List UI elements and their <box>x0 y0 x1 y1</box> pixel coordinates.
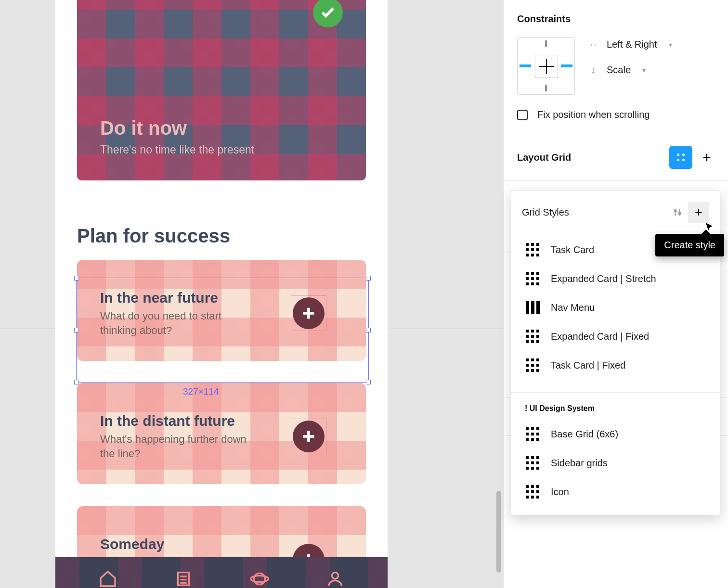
check-icon <box>320 4 336 21</box>
nav-profile[interactable] <box>324 567 347 588</box>
grid-dots-icon <box>676 152 686 163</box>
home-icon <box>98 569 117 588</box>
vertical-arrow-icon: ↕ <box>588 64 598 76</box>
grid-style-item[interactable]: Base Grid (6x6) <box>511 420 720 448</box>
bottom-nav[interactable] <box>55 557 388 588</box>
constraint-right-pin[interactable] <box>561 64 572 67</box>
section-title: Plan for success <box>77 225 230 247</box>
plus-icon <box>300 428 317 445</box>
local-grid-styles-list: Task Card Expanded Card | Stretch Nav Me… <box>511 233 720 388</box>
grid-style-label: Expanded Card | Stretch <box>551 273 656 284</box>
grid-style-label: Expanded Card | Fixed <box>551 331 649 342</box>
card-title: In the near future <box>100 290 259 306</box>
constraint-vertical-select[interactable]: ↕ Scale ▾ <box>588 64 672 76</box>
style-settings-button[interactable] <box>671 205 684 219</box>
grid-icon <box>525 484 540 499</box>
library-grid-styles-list: Base Grid (6x6) Sidebar grids Icon <box>511 418 720 515</box>
alignment-guide <box>371 329 503 329</box>
chevron-down-icon: ▾ <box>642 66 646 74</box>
selection-dimensions: 327×114 <box>183 386 219 397</box>
library-heading: ! UI Design System <box>511 402 720 418</box>
constraint-widget[interactable] <box>517 37 575 95</box>
planet-icon <box>250 569 269 588</box>
columns-icon <box>525 300 540 315</box>
grid-style-item[interactable]: Icon <box>511 477 720 506</box>
grid-icon <box>525 455 540 471</box>
nav-list[interactable] <box>172 567 195 588</box>
svg-point-0 <box>254 573 265 584</box>
grid-style-label: Sidebar grids <box>551 458 608 469</box>
scrollbar-thumb[interactable] <box>496 491 501 573</box>
svg-point-1 <box>250 575 268 582</box>
constraint-left-pin[interactable] <box>520 64 531 67</box>
card-title: Someday <box>100 536 259 552</box>
card-title: In the distant future <box>100 413 259 429</box>
checkmark-badge[interactable] <box>313 0 343 27</box>
grid-style-label: Base Grid (6x6) <box>551 429 618 440</box>
constraint-vertical-value: Scale <box>607 64 631 76</box>
hero-subtitle: There's no time like the present <box>100 143 254 156</box>
plus-icon <box>300 305 317 321</box>
grid-style-item[interactable]: Expanded Card | Fixed <box>511 322 720 351</box>
constraint-horizontal-value: Left & Right <box>607 39 657 50</box>
card-subtitle: What's happening further down the line? <box>100 432 259 460</box>
grid-style-item[interactable]: Task Card | Fixed <box>511 351 720 380</box>
grid-icon <box>525 329 540 344</box>
task-card-near[interactable]: In the near future What do you need to s… <box>77 260 366 361</box>
divider <box>511 392 720 393</box>
constraint-bottom-tick[interactable] <box>546 85 546 91</box>
constraint-top-tick[interactable] <box>546 40 546 47</box>
grid-icon <box>525 426 540 442</box>
horizontal-arrow-icon: ↔ <box>588 39 598 50</box>
add-button[interactable] <box>293 297 325 329</box>
grid-styles-button[interactable] <box>669 146 692 169</box>
grid-style-label: Icon <box>551 486 569 498</box>
grid-style-item[interactable]: Expanded Card | Stretch <box>511 264 720 293</box>
nav-explore[interactable] <box>248 567 271 588</box>
hero-card[interactable]: Do it now There's no time like the prese… <box>77 0 366 180</box>
grid-style-label: Task Card | Fixed <box>551 360 625 371</box>
svg-point-2 <box>332 573 338 579</box>
grid-icon <box>525 242 540 257</box>
popover-title: Grid Styles <box>522 207 569 218</box>
canvas-scrollbar[interactable] <box>496 0 501 588</box>
device-frame[interactable]: Do it now There's no time like the prese… <box>55 0 388 588</box>
card-subtitle: What do you need to start thinking about… <box>100 309 259 337</box>
layout-grid-section-header: Layout Grid <box>504 134 728 181</box>
plus-icon <box>702 152 712 163</box>
grid-style-label: Task Card <box>551 244 594 256</box>
person-icon <box>325 569 345 588</box>
tooltip: Create style <box>655 234 724 256</box>
add-layout-grid-button[interactable] <box>699 150 715 165</box>
sliders-icon <box>672 207 683 217</box>
list-icon <box>174 569 193 588</box>
layout-grid-heading: Layout Grid <box>517 152 571 163</box>
checkbox-icon[interactable] <box>517 110 528 120</box>
design-canvas[interactable]: Do it now There's no time like the prese… <box>0 0 503 588</box>
chevron-down-icon: ▾ <box>669 41 672 49</box>
task-card-distant[interactable]: In the distant future What's happening f… <box>77 383 366 484</box>
fix-position-label: Fix position when scrolling <box>537 109 650 120</box>
nav-home[interactable] <box>96 567 119 588</box>
grid-icon <box>525 358 540 373</box>
create-style-button[interactable] <box>688 202 709 223</box>
mouse-cursor <box>704 221 715 233</box>
constraint-horizontal-select[interactable]: ↔ Left & Right ▾ <box>588 39 672 50</box>
hero-title: Do it now <box>100 117 187 139</box>
constraints-heading: Constraints <box>517 13 715 25</box>
grid-style-item[interactable]: Sidebar grids <box>511 448 720 477</box>
add-button[interactable] <box>293 421 325 452</box>
grid-style-item[interactable]: Nav Menu <box>511 293 720 322</box>
plus-icon <box>694 207 703 217</box>
grid-style-label: Nav Menu <box>551 302 595 313</box>
grid-icon <box>525 271 540 286</box>
fix-position-toggle[interactable]: Fix position when scrolling <box>517 109 715 120</box>
constraints-section: Constraints ↔ Left & Right ▾ ↕ Scale <box>504 0 728 134</box>
